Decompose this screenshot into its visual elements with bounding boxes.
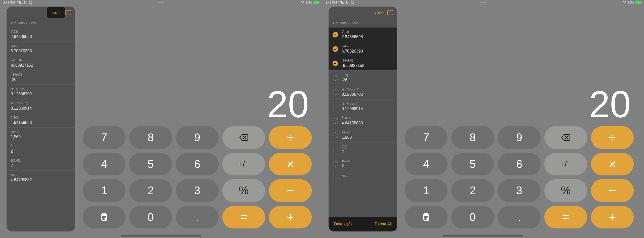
key-multiply[interactable]: × [269, 153, 312, 176]
key-9[interactable]: 9 [498, 126, 541, 149]
multitask-dots-icon[interactable] [158, 2, 164, 3]
key-equals[interactable]: = [544, 206, 587, 229]
history-item[interactable]: (-89)+63-26 [329, 71, 397, 85]
history-item[interactable]: sin(7×cos(8))0.12068914 [329, 99, 397, 114]
key-minus[interactable]: − [269, 179, 312, 202]
history-item[interactable]: √(45)6.70820393 [329, 42, 397, 56]
key-1[interactable]: 1 [83, 179, 126, 202]
history-item[interactable]: ∛(100)4.64158883 [7, 113, 75, 127]
key-6[interactable]: 6 [176, 153, 219, 176]
history-item[interactable]: √(45)6.70820393 [7, 41, 75, 56]
history-result: 1,560 [342, 135, 352, 140]
key-2[interactable]: 2 [129, 179, 172, 202]
delete-all-button[interactable]: Delete All [375, 222, 392, 226]
key-equals[interactable]: = [222, 206, 265, 229]
key-backspace[interactable] [222, 126, 265, 149]
key-1[interactable]: 1 [405, 179, 448, 202]
key-divide[interactable]: ÷ [269, 126, 312, 149]
key-dot[interactable]: . [498, 206, 541, 229]
history-item[interactable]: -26÷3.02-8.60927152 [329, 56, 397, 70]
sidebar-toggle-icon[interactable] [65, 10, 71, 15]
history-result: 0.12306702 [342, 92, 363, 97]
history-item[interactable]: ∛(8)2 [329, 142, 397, 157]
sidebar-toggle-icon[interactable] [387, 10, 393, 15]
edit-button[interactable]: Edit [47, 7, 65, 18]
key-9[interactable]: 9 [176, 126, 219, 149]
key-7[interactable]: 7 [83, 126, 126, 149]
history-item[interactable]: (-89)+63-26 [7, 70, 75, 84]
key-5[interactable]: 5 [451, 153, 494, 176]
key-backspace[interactable] [544, 126, 587, 149]
checkbox-empty-icon[interactable] [333, 104, 338, 109]
history-item[interactable]: sin(7×cos(8))0.12068914 [7, 99, 75, 113]
key-7[interactable]: 7 [405, 126, 448, 149]
history-item[interactable]: ∛(100)4.64158883 [329, 114, 397, 128]
key-plus[interactable]: + [269, 206, 312, 229]
checkbox-empty-icon[interactable] [333, 147, 338, 152]
history-item[interactable]: -26÷3.02-8.60927152 [7, 56, 75, 70]
key-3[interactable]: 3 [498, 179, 541, 202]
history-item[interactable]: 553÷1194.64705882 [7, 170, 75, 185]
svg-point-27 [426, 218, 427, 219]
key-6[interactable]: 6 [498, 153, 541, 176]
history-item[interactable]: 102÷512 [7, 156, 75, 170]
key-plusminus[interactable]: +/− [544, 153, 587, 176]
checkbox-empty-icon[interactable] [333, 132, 338, 138]
key-0[interactable]: 0 [451, 206, 494, 229]
key-calculator-mode[interactable] [405, 206, 448, 229]
history-item[interactable]: ∛(8)2 [7, 142, 75, 156]
history-list[interactable]: ∛(23)2.84386698√(45)6.70820393-26÷3.02-8… [7, 27, 75, 231]
delete-selected-button[interactable]: Delete (3) [334, 222, 352, 226]
history-item[interactable]: sin(7)−cos(8)0.12306702 [7, 84, 75, 99]
key-plusminus[interactable]: +/− [222, 153, 265, 176]
key-4[interactable]: 4 [83, 153, 126, 176]
key-2[interactable]: 2 [451, 179, 494, 202]
key-divide[interactable]: ÷ [591, 126, 634, 149]
key-0[interactable]: 0 [129, 206, 172, 229]
key-8[interactable]: 8 [129, 126, 172, 149]
history-result: 0.12068914 [11, 106, 32, 111]
key-8[interactable]: 8 [451, 126, 494, 149]
key-minus[interactable]: − [591, 179, 634, 202]
done-button[interactable]: Done [370, 7, 387, 18]
svg-point-10 [103, 218, 103, 219]
history-result: 2 [342, 150, 347, 154]
history-item[interactable]: 78×201,560 [7, 127, 75, 142]
history-item[interactable]: sin(7)−cos(8)0.12306702 [329, 85, 397, 99]
key-plus[interactable]: + [591, 206, 634, 229]
home-indicator[interactable] [443, 235, 523, 236]
history-item[interactable]: 553÷119 [329, 171, 397, 182]
history-panel: Edit Previous 7 Days ∛(23)2.84386698√(45… [7, 7, 75, 231]
history-item[interactable]: 102÷512 [329, 157, 397, 171]
checkbox-checked-icon[interactable] [333, 61, 338, 66]
history-expression: ∛(100) [342, 116, 363, 120]
checkbox-empty-icon[interactable] [333, 174, 338, 179]
history-item[interactable]: 78×201,560 [329, 128, 397, 142]
checkbox-empty-icon[interactable] [333, 161, 338, 167]
key-calculator-mode[interactable] [83, 206, 126, 229]
history-list-editable[interactable]: ∛(23)2.84386698√(45)6.70820393-26÷3.02-8… [329, 27, 397, 217]
svg-point-24 [426, 217, 427, 217]
checkbox-empty-icon[interactable] [333, 89, 338, 95]
checkbox-checked-icon[interactable] [333, 46, 338, 52]
svg-point-12 [105, 218, 106, 219]
history-expression: (-89)+63 [342, 73, 353, 77]
key-4[interactable]: 4 [405, 153, 448, 176]
history-expression: sin(7)−cos(8) [342, 88, 363, 91]
history-item[interactable]: ∛(23)2.84386698 [7, 27, 75, 41]
key-multiply[interactable]: × [591, 153, 634, 176]
key-3[interactable]: 3 [176, 179, 219, 202]
history-expression: (-89)+63 [11, 73, 22, 76]
checkbox-empty-icon[interactable] [333, 75, 338, 81]
key-percent[interactable]: % [222, 179, 265, 202]
battery-icon [635, 1, 641, 4]
checkbox-empty-icon[interactable] [333, 118, 338, 124]
home-indicator[interactable] [121, 235, 201, 236]
checkbox-checked-icon[interactable] [333, 32, 338, 37]
key-dot[interactable]: . [176, 206, 219, 229]
key-percent[interactable]: % [544, 179, 587, 202]
key-5[interactable]: 5 [129, 153, 172, 176]
history-item[interactable]: ∛(23)2.84386698 [329, 27, 397, 42]
svg-rect-6 [102, 214, 106, 216]
multitask-dots-icon[interactable] [480, 2, 486, 3]
